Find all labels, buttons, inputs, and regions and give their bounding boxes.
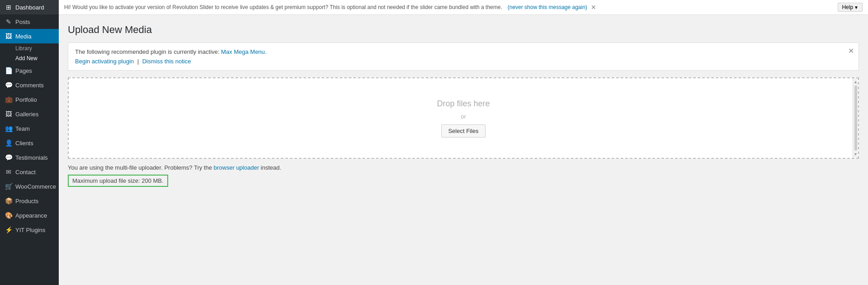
separator: | [137, 58, 139, 65]
media-icon: 🖼 [5, 33, 13, 40]
drop-zone-or: or [461, 113, 466, 120]
plugin-notice-text: The following recommended plugin is curr… [75, 48, 221, 55]
help-button[interactable]: Help ▼ [838, 3, 863, 12]
sidebar-item-label: Portfolio [15, 96, 37, 103]
topbar-close-btn[interactable]: ✕ [591, 4, 596, 11]
sidebar-sub-library[interactable]: Library [0, 43, 59, 53]
sidebar-item-galleries[interactable]: 🖼 Galleries [0, 107, 59, 121]
scroll-up-arrow[interactable]: ▲ [854, 80, 858, 84]
sidebar-item-label: Dashboard [15, 4, 44, 11]
content-area: Upload New Media ✕ The following recomme… [59, 15, 868, 285]
sidebar-item-clients[interactable]: 👤 Clients [0, 136, 59, 150]
sidebar-item-appearance[interactable]: 🎨 Appearance [0, 208, 59, 223]
begin-activating-link[interactable]: Begin activating plugin [75, 58, 134, 65]
plugin-notice: ✕ The following recommended plugin is cu… [68, 43, 859, 71]
sidebar-item-testimonials[interactable]: 💬 Testimonials [0, 150, 59, 165]
sidebar-item-media[interactable]: 🖼 Media [0, 29, 59, 43]
posts-icon: ✎ [5, 18, 13, 25]
scroll-down-arrow[interactable]: ▼ [854, 152, 858, 157]
sidebar-item-posts[interactable]: ✎ Posts [0, 14, 59, 29]
sidebar-item-label: WooCommerce [15, 183, 56, 190]
notice-close-btn[interactable]: ✕ [848, 47, 854, 55]
notice-links: Begin activating plugin | Dismiss this n… [75, 58, 852, 65]
sidebar-item-label: Team [15, 125, 30, 132]
page-title: Upload New Media [68, 24, 859, 36]
sidebar-item-label: Posts [15, 19, 30, 25]
dashboard-icon: ⊞ [5, 4, 13, 11]
sidebar-item-label: Comments [15, 82, 44, 89]
sidebar-sub-add-new[interactable]: Add New [0, 53, 59, 63]
yit-plugins-icon: ⚡ [5, 226, 13, 233]
sidebar-item-dashboard[interactable]: ⊞ Dashboard [0, 0, 59, 14]
products-icon: 📦 [5, 197, 13, 204]
sidebar-item-label: Pages [15, 67, 32, 74]
clients-icon: 👤 [5, 139, 13, 147]
portfolio-icon: 💼 [5, 96, 13, 103]
woocommerce-icon: 🛒 [5, 183, 13, 190]
never-show-link[interactable]: (never show this message again) [508, 4, 587, 10]
drop-files-text: Drop files here [437, 99, 490, 109]
topbar-right: Help ▼ [838, 3, 863, 12]
comments-icon: 💬 [5, 81, 13, 89]
sidebar-item-label: YIT Plugins [15, 227, 45, 233]
drop-zone[interactable]: Drop files here or Select Files ▲ ▼ [68, 77, 859, 159]
appearance-icon: 🎨 [5, 212, 13, 219]
sidebar-item-label: Media [15, 33, 31, 40]
sidebar-item-team[interactable]: 👥 Team [0, 121, 59, 136]
sidebar-item-products[interactable]: 📦 Products [0, 194, 59, 208]
sidebar-item-yit-plugins[interactable]: ⚡ YIT Plugins [0, 223, 59, 237]
topbar: Hi! Would you like to activate your vers… [59, 0, 868, 15]
galleries-icon: 🖼 [5, 110, 13, 118]
sidebar-item-label: Contact [15, 169, 36, 176]
topbar-notice-container: Hi! Would you like to activate your vers… [64, 4, 838, 11]
max-upload-size: Maximum upload file size: 200 MB. [68, 175, 168, 187]
sidebar-item-label: Testimonials [15, 154, 48, 161]
sidebar-item-pages[interactable]: 📄 Pages [0, 63, 59, 78]
main-area: Hi! Would you like to activate your vers… [59, 0, 868, 285]
browser-uploader-link[interactable]: browser uploader [214, 164, 259, 171]
drop-zone-scrollbar: ▲ ▼ [853, 78, 858, 158]
sidebar-item-contact[interactable]: ✉ Contact [0, 165, 59, 179]
testimonials-icon: 💬 [5, 154, 13, 161]
select-files-button[interactable]: Select Files [441, 124, 485, 138]
sidebar-item-label: Clients [15, 140, 33, 147]
revolution-slider-notice: Hi! Would you like to activate your vers… [64, 4, 502, 10]
sidebar: ⊞ Dashboard ✎ Posts 🖼 Media Library Add … [0, 0, 59, 285]
sidebar-item-label: Appearance [15, 212, 47, 219]
sidebar-item-comments[interactable]: 💬 Comments [0, 78, 59, 92]
sidebar-item-portfolio[interactable]: 💼 Portfolio [0, 92, 59, 107]
sidebar-item-label: Galleries [15, 111, 38, 118]
dismiss-notice-link[interactable]: Dismiss this notice [142, 58, 191, 65]
contact-icon: ✉ [5, 168, 13, 176]
plugin-name-link[interactable]: Max Mega Menu. [221, 48, 266, 55]
pages-icon: 📄 [5, 67, 13, 74]
sidebar-item-label: Products [15, 198, 38, 204]
scroll-thumb [854, 86, 857, 151]
team-icon: 👥 [5, 125, 13, 132]
uploader-info: You are using the multi-file uploader. P… [68, 164, 859, 171]
sidebar-item-woocommerce[interactable]: 🛒 WooCommerce [0, 179, 59, 194]
